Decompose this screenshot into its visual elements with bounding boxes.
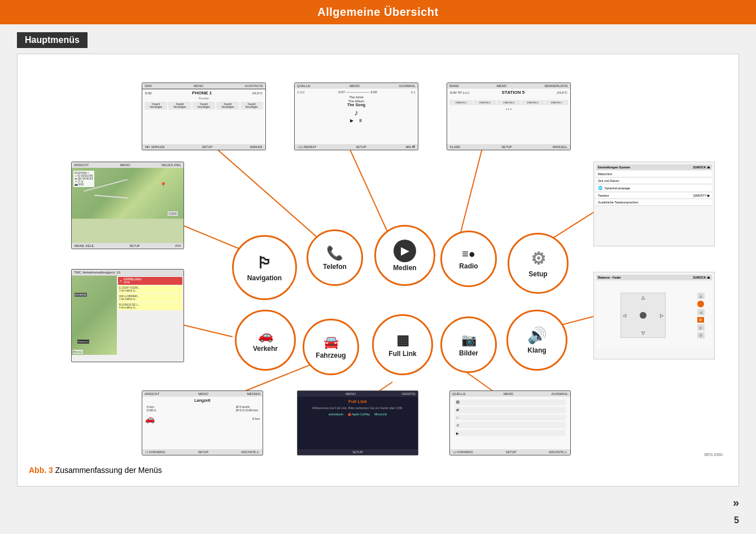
bilder-screen: QUELLE MENÜ AUSWAHL 🖼 ⇌ ○ ↺ ▶ ◁ VORHERIG… <box>449 390 571 455</box>
figure-caption: Abb. 3 Zusammenfassung der Menüs <box>29 466 727 475</box>
telefon-circle[interactable]: 📞 Telefon <box>307 229 363 286</box>
setup-circle[interactable]: ⚙ Setup <box>508 233 569 294</box>
diagram-area: SMS MENÜ KONTAKTE 9:50 PHONE 1 24.0°C Pr… <box>29 66 727 461</box>
section-title: Hauptmenüs <box>17 32 88 48</box>
fulllink-screen: MENÜ GERÄTE Full Link Willkommen bei Ful… <box>297 390 418 455</box>
traffic-screen: TMC Verkehrsmeldung(en): 10 Manresa BUIT… <box>71 269 184 362</box>
navigation-screen: ANSICHT MENÜ NEUES ZIEL CGSA POSITION × … <box>71 162 184 249</box>
verkehr-circle[interactable]: 🚗 Verkehr <box>235 310 296 371</box>
page-header: Allgemeine Übersicht <box>0 0 756 24</box>
figure-caption-main: Zusammenfassung der Menüs <box>55 466 162 475</box>
main-content: SMS MENÜ KONTAKTE 9:50 PHONE 1 24.0°C Pr… <box>17 54 739 487</box>
radio-screen: BAND MENÜ SENDERLISTE 9:50 TP |◁◁ STATIO… <box>447 83 571 150</box>
medien-circle[interactable]: ▶ Medien <box>374 225 435 286</box>
klang-circle[interactable]: 🔊 Klang <box>506 310 567 371</box>
phone-header-sms: SMS <box>145 84 152 88</box>
page-number: 5 <box>734 515 739 526</box>
phone-header-kontakte: KONTAKTE <box>245 84 263 88</box>
navigation-circle[interactable]: 🏳 Navigation <box>232 235 297 300</box>
brs-code: BRS-0360 <box>705 453 723 457</box>
phone-header-menu: MENÜ <box>194 84 204 88</box>
phone-screen: SMS MENÜ KONTAKTE 9:50 PHONE 1 24.0°C Pr… <box>142 83 266 150</box>
next-arrow[interactable]: » <box>733 496 739 509</box>
section-title-bar: Hauptmenüs <box>0 24 756 54</box>
fahrzeug-circle[interactable]: 🚘 Fahrzeug <box>303 319 359 375</box>
media-screen: QUELLE MENÜ AUSWAHL |◁◁ 0:07 ——————— 3:0… <box>294 83 418 150</box>
settings-panel: Einstellungen System ZURÜCK ⏏ Bildschirm… <box>593 162 715 246</box>
fahrzeug-screen: ANSICHT MENÜ MEDIEN Langzeit 0 km 0:00 h… <box>142 390 263 455</box>
fulllink-circle[interactable]: ▦ Full Link <box>372 314 433 375</box>
figure-label: Abb. 3 <box>29 466 53 475</box>
radio-circle[interactable]: ≡● Radio <box>440 231 497 287</box>
bilder-circle[interactable]: 📷 Bilder <box>440 316 497 373</box>
balance-panel: Balance - Fader ZURÜCK ⏏ △ ▽ ◁ ▷ △ <box>593 272 715 359</box>
